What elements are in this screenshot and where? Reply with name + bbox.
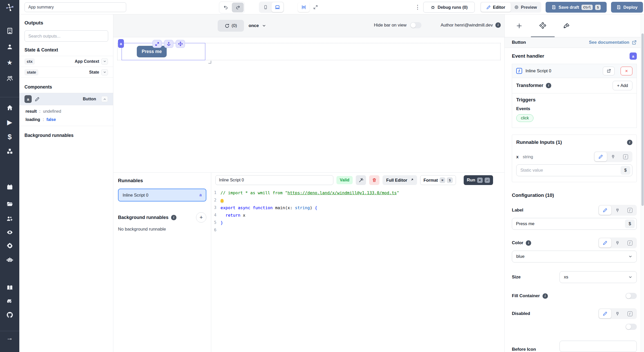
- mobile-view-button[interactable]: [260, 2, 272, 12]
- lightbulb-icon[interactable]: [221, 199, 224, 203]
- component-settings-tab[interactable]: [531, 14, 555, 37]
- windmill-logo[interactable]: [0, 3, 19, 12]
- folders-icon[interactable]: [0, 201, 19, 207]
- size-select[interactable]: xs: [560, 271, 637, 283]
- info-icon[interactable]: i: [495, 22, 501, 28]
- delete-script-button[interactable]: [369, 175, 379, 185]
- more-options-kebab-icon[interactable]: ⋮: [413, 3, 422, 12]
- info-icon[interactable]: i: [171, 215, 176, 220]
- inline-script-row[interactable]: ƒ Inline Script 0 ×: [512, 64, 637, 78]
- users-icon[interactable]: [0, 75, 19, 82]
- open-script-button[interactable]: [603, 67, 615, 75]
- code-line[interactable]: 4 return x: [211, 212, 504, 219]
- schedules-calendar-icon[interactable]: [0, 183, 19, 191]
- home-icon[interactable]: [0, 104, 19, 111]
- runs-play-icon[interactable]: ▶: [0, 119, 19, 126]
- inline-script-item[interactable]: Inline Script 0 a: [118, 189, 206, 201]
- component-a-row[interactable]: a Button: [19, 93, 113, 105]
- eval-function-icon[interactable]: ƒ: [624, 206, 636, 215]
- expand-component-icon[interactable]: [152, 40, 162, 48]
- script-name-input[interactable]: [215, 175, 333, 185]
- deploy-button[interactable]: Deploy: [611, 2, 643, 13]
- chevron-down-icon[interactable]: [101, 69, 108, 75]
- debug-runs-button[interactable]: Debug runs (0): [423, 2, 475, 13]
- color-select[interactable]: blue: [512, 251, 637, 262]
- save-draft-button[interactable]: Save draft CtrlS: [546, 2, 607, 13]
- center-align-button[interactable]: [298, 2, 310, 12]
- github-icon[interactable]: [0, 311, 19, 319]
- connect-plug-icon[interactable]: [607, 152, 619, 161]
- workers-robot-icon[interactable]: [0, 256, 19, 263]
- info-icon[interactable]: i: [543, 293, 548, 299]
- selected-button-component[interactable]: Press me: [122, 43, 205, 60]
- eval-function-icon[interactable]: ƒ: [624, 309, 636, 318]
- resources-cubes-icon[interactable]: [0, 148, 19, 155]
- static-pencil-icon[interactable]: [599, 238, 611, 248]
- code-line[interactable]: 6: [211, 226, 504, 234]
- preview-tab[interactable]: Preview: [511, 3, 541, 12]
- fill-container-toggle[interactable]: [625, 293, 637, 299]
- ctx-output-row[interactable]: ctx App Context: [19, 56, 113, 67]
- edit-pencil-icon[interactable]: [35, 97, 40, 102]
- refresh-all-button[interactable]: (0): [218, 20, 244, 32]
- audit-eye-icon[interactable]: [0, 229, 19, 235]
- add-transformer-button[interactable]: + Add: [613, 81, 632, 90]
- code-line[interactable]: 2: [211, 197, 504, 204]
- desktop-view-button[interactable]: [272, 2, 283, 12]
- static-pencil-icon[interactable]: [599, 309, 611, 318]
- resize-handle[interactable]: [208, 61, 211, 64]
- hide-bar-toggle[interactable]: [410, 22, 421, 28]
- see-documentation-link[interactable]: See documentation: [589, 40, 637, 45]
- insert-component-tab[interactable]: [507, 14, 531, 37]
- code-line[interactable]: 1// import * as wmill from "https://deno…: [211, 189, 504, 197]
- move-icon[interactable]: [176, 40, 185, 48]
- search-outputs-input[interactable]: [24, 30, 108, 42]
- state-output-row[interactable]: state State: [19, 67, 113, 78]
- code-area[interactable]: 1// import * as wmill from "https://deno…: [211, 187, 504, 234]
- redo-button[interactable]: [232, 3, 244, 12]
- styling-tab[interactable]: [555, 14, 578, 37]
- workspace-building-icon[interactable]: [0, 27, 19, 34]
- add-background-runnable-button[interactable]: +: [196, 212, 206, 223]
- static-pencil-icon[interactable]: [599, 206, 611, 215]
- variables-dollar-icon[interactable]: $: [0, 133, 19, 140]
- canvas-grid[interactable]: Press me a: [113, 37, 504, 172]
- before-icon-select[interactable]: [560, 341, 637, 352]
- connect-plug-icon[interactable]: [611, 309, 624, 318]
- connect-plug-icon[interactable]: [611, 238, 624, 248]
- scrollbar-thumb[interactable]: [641, 33, 644, 206]
- label-value-input[interactable]: [516, 221, 625, 226]
- code-line[interactable]: 3export async function main(x: string) {: [211, 204, 504, 212]
- docs-book-icon[interactable]: [0, 284, 19, 291]
- variable-picker-button[interactable]: $: [621, 166, 630, 175]
- settings-gear-icon[interactable]: [0, 242, 19, 249]
- editor-tab[interactable]: Editor: [481, 3, 511, 12]
- undo-button[interactable]: [220, 3, 232, 12]
- groups-users-gear-icon[interactable]: [0, 215, 19, 222]
- connect-plug-icon[interactable]: [611, 206, 624, 215]
- code-line[interactable]: 5}: [211, 219, 504, 226]
- schedule-dropdown[interactable]: once: [249, 20, 266, 31]
- panel-scrollbar[interactable]: [641, 14, 644, 352]
- eval-function-icon[interactable]: ƒ: [619, 152, 632, 161]
- format-button[interactable]: Format ⌘ S: [420, 175, 456, 185]
- eval-function-icon[interactable]: ƒ: [624, 238, 636, 248]
- fullscreen-button[interactable]: [310, 2, 321, 12]
- info-icon[interactable]: i: [526, 240, 531, 246]
- app-summary-input[interactable]: [24, 2, 126, 12]
- discord-icon[interactable]: [0, 298, 19, 304]
- remove-script-button[interactable]: ×: [621, 67, 632, 75]
- run-button[interactable]: Run ⌘ ⏎: [464, 175, 493, 185]
- anchor-icon[interactable]: [164, 40, 173, 48]
- chevron-up-icon[interactable]: [101, 96, 108, 102]
- expand-sidebar-arrow-icon[interactable]: →: [0, 335, 19, 341]
- static-value-input[interactable]: [520, 168, 621, 173]
- user-icon[interactable]: [0, 43, 19, 50]
- ai-wand-button[interactable]: [356, 175, 366, 185]
- info-icon[interactable]: i: [627, 140, 632, 145]
- info-icon[interactable]: i: [546, 83, 551, 88]
- variable-picker-button[interactable]: $: [625, 219, 635, 228]
- full-editor-button[interactable]: Full Editor: [383, 175, 417, 185]
- disabled-toggle[interactable]: [625, 324, 637, 330]
- static-pencil-icon[interactable]: [595, 152, 607, 161]
